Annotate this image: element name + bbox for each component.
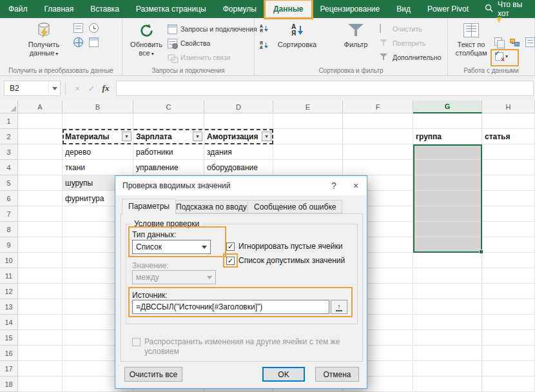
cell-H16[interactable] [482, 346, 535, 361]
cell-E4[interactable] [273, 160, 343, 175]
cell-G13[interactable] [413, 299, 482, 315]
cell-E2[interactable] [273, 129, 343, 144]
cell-A12[interactable] [18, 284, 63, 299]
select-all-corner[interactable] [0, 101, 18, 113]
cell-B1[interactable] [63, 113, 133, 129]
cell-C3[interactable]: работники [133, 144, 204, 160]
cell-C2[interactable]: Зарплата▾ [133, 129, 204, 144]
cell-G11[interactable] [413, 268, 482, 284]
checkbox-checked-icon[interactable]: ✓ [226, 257, 235, 265]
cell-C1[interactable] [133, 113, 204, 129]
cell-A14[interactable] [18, 315, 63, 330]
cell-H13[interactable] [482, 299, 535, 315]
ok-button[interactable]: OK [262, 367, 305, 382]
cell-G10[interactable] [413, 253, 482, 268]
cell-B3[interactable]: дерево [63, 144, 133, 160]
cell-G6[interactable] [413, 191, 482, 206]
cell-E3[interactable] [273, 144, 343, 160]
clear-all-button[interactable]: Очистить все [124, 367, 182, 382]
row-header-13[interactable]: 13 [0, 299, 18, 315]
filter-dropdown-C2[interactable]: ▾ [193, 132, 202, 141]
column-header-C[interactable]: C [133, 101, 204, 113]
cell-G12[interactable] [413, 284, 482, 299]
cell-A2[interactable] [18, 129, 63, 144]
fill-handle[interactable] [479, 250, 483, 254]
cell-G18[interactable] [413, 377, 482, 392]
tab-power-pivot[interactable]: Power Pivot [419, 0, 477, 18]
cell-A1[interactable] [18, 113, 63, 129]
cell-D2[interactable]: Амортизация▾ [204, 129, 273, 144]
cell-D1[interactable] [204, 113, 273, 129]
formula-input[interactable] [116, 81, 534, 96]
cell-H11[interactable] [482, 268, 535, 284]
row-header-1[interactable]: 1 [0, 113, 18, 129]
cell-H1[interactable] [482, 113, 535, 129]
row-header-8[interactable]: 8 [0, 222, 18, 237]
collapse-dialog-button[interactable]: ↑ [331, 300, 347, 314]
sort-button[interactable]: АЯ Сортировка [277, 20, 318, 65]
sort-ascending-button[interactable]: АЯ [260, 24, 268, 33]
existing-connections-button[interactable] [89, 37, 99, 47]
cell-F4[interactable] [343, 160, 413, 175]
cell-A11[interactable] [18, 268, 63, 284]
cell-H10[interactable] [482, 253, 535, 268]
cell-C4[interactable]: управление [133, 160, 204, 175]
combo-dropdown-icon[interactable] [199, 240, 210, 253]
cell-G4[interactable] [413, 160, 482, 175]
dialog-help-button[interactable]: ? [323, 176, 345, 195]
cell-A4[interactable] [18, 160, 63, 175]
row-header-14[interactable]: 14 [0, 315, 18, 330]
get-data-button[interactable]: Получить данные▾ [17, 20, 71, 65]
row-header-6[interactable]: 6 [0, 191, 18, 206]
dropdown-arrow-icon[interactable]: ▾ [505, 54, 508, 59]
cell-H12[interactable] [482, 284, 535, 299]
tab-formulas[interactable]: Формулы [215, 0, 265, 18]
cell-G16[interactable] [413, 346, 482, 361]
text-to-columns-button[interactable]: Текст по столбцам [451, 20, 492, 65]
row-header-9[interactable]: 9 [0, 237, 18, 253]
row-header-7[interactable]: 7 [0, 206, 18, 222]
refresh-all-button[interactable]: Обновить все▾ [128, 20, 165, 65]
cell-H8[interactable] [482, 222, 535, 237]
filter-dropdown-D2[interactable]: ▾ [262, 132, 271, 141]
column-header-G[interactable]: G [413, 101, 482, 113]
cell-A15[interactable] [18, 330, 63, 346]
column-header-D[interactable]: D [204, 101, 273, 113]
cell-H6[interactable] [482, 191, 535, 206]
queries-connections-button[interactable]: Запросы и подключения [168, 23, 257, 35]
cell-A16[interactable] [18, 346, 63, 361]
cell-A13[interactable] [18, 299, 63, 315]
sort-descending-button[interactable]: ЯА [260, 41, 268, 50]
properties-button[interactable]: Свойства [168, 37, 210, 49]
cell-A8[interactable] [18, 222, 63, 237]
in-cell-dropdown-checkbox[interactable]: ✓ Список допустимых значений [226, 256, 345, 265]
cell-A17[interactable] [18, 361, 63, 377]
row-header-18[interactable]: 18 [0, 377, 18, 392]
dialog-titlebar[interactable]: Проверка вводимых значений ? × [115, 176, 367, 195]
manage-data-model-button[interactable] [525, 23, 535, 33]
cell-F2[interactable] [343, 129, 413, 144]
tab-home[interactable]: Главная [36, 0, 83, 18]
cell-A5[interactable] [18, 175, 63, 191]
cell-G17[interactable] [413, 361, 482, 377]
cancel-button[interactable]: Отмена [315, 367, 359, 382]
cancel-entry-button[interactable]: × [71, 81, 84, 96]
recent-sources-button[interactable] [89, 23, 99, 33]
tab-page-layout[interactable]: Разметка страницы [128, 0, 215, 18]
cell-G3[interactable] [413, 144, 482, 160]
row-header-16[interactable]: 16 [0, 346, 18, 361]
cell-G2[interactable]: группа [413, 129, 482, 144]
filter-button[interactable]: Фильтр [336, 20, 376, 65]
dialog-tab-error-alert[interactable]: Сообщение об ошибке [248, 200, 342, 213]
cell-G1[interactable] [413, 113, 482, 129]
filter-dropdown-B2[interactable]: ▾ [122, 132, 131, 141]
cell-F1[interactable] [343, 113, 413, 129]
row-header-17[interactable]: 17 [0, 361, 18, 377]
cell-A7[interactable] [18, 206, 63, 222]
what-if-analysis-button[interactable] [525, 37, 535, 47]
cell-A10[interactable] [18, 253, 63, 268]
tell-me-search[interactable]: Что вы хот [477, 0, 535, 18]
cell-H18[interactable] [482, 377, 535, 392]
cell-A18[interactable] [18, 377, 63, 392]
cell-H2[interactable]: статья [482, 129, 535, 144]
